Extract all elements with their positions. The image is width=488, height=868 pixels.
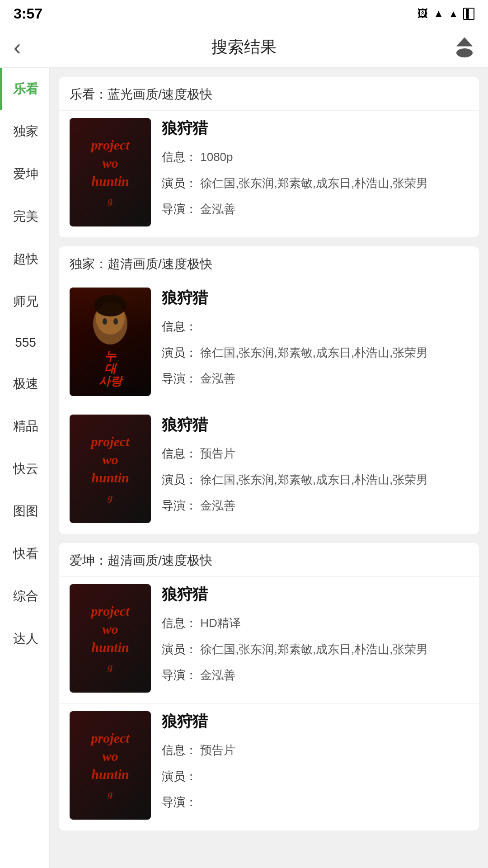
sidebar-item-lakan[interactable]: 乐看 [0, 68, 49, 110]
svg-point-10 [113, 318, 118, 325]
movie-director-row: 导演： 金泓善 [162, 200, 468, 219]
svg-text:huntin: huntin [91, 640, 129, 655]
sidebar-item-shixiong[interactable]: 师兄 [0, 280, 49, 323]
signal-icon: ▲ [449, 9, 458, 19]
svg-point-8 [94, 295, 127, 316]
director-label: 导演： [162, 668, 197, 682]
movie-director-row: 导演： 金泓善 [162, 666, 468, 685]
svg-text:project: project [90, 604, 131, 618]
director-label: 导演： [162, 499, 197, 512]
movie-actors-row: 演员： 徐仁国,张东润,郑素敏,成东日,朴浩山,张荣男 [162, 174, 468, 193]
movie-director-row: 导演： 金泓善 [162, 369, 468, 388]
svg-text:huntin: huntin [91, 174, 129, 189]
movie-actors-row: 演员： 徐仁国,张东润,郑素敏,成东日,朴浩山,张荣男 [162, 640, 468, 659]
section-header: 爱坤：超清画质/速度极快 [59, 543, 479, 576]
sidebar-item-jisu[interactable]: 极速 [0, 363, 49, 405]
wifi-icon: ▲ [434, 8, 444, 19]
actors-label: 演员： [162, 346, 197, 359]
movie-director-row: 导演： 金泓善 [162, 496, 468, 515]
back-button[interactable] [14, 36, 41, 59]
movie-poster: 누 대 사랑 [70, 288, 151, 396]
header-right-icon[interactable] [447, 38, 474, 57]
movie-poster: project wo huntin g [70, 711, 151, 820]
movie-info-row: 信息： [162, 317, 468, 336]
image-icon: 🖼 [418, 7, 428, 20]
movie-actors-row: 演员： [162, 767, 468, 786]
info-label: 信息： [162, 743, 197, 757]
svg-text:g: g [108, 788, 113, 799]
movie-title: 狼狩猎 [162, 415, 468, 435]
movie-info: 狼狩猎信息： HD精译演员： 徐仁国,张东润,郑素敏,成东日,朴浩山,张荣男导演… [162, 584, 468, 693]
movie-title: 狼狩猎 [162, 584, 468, 605]
info-label: 信息： [162, 447, 197, 460]
sidebar-item-dujia[interactable]: 独家 [0, 110, 49, 153]
sidebar-item-wanmei[interactable]: 完美 [0, 195, 49, 238]
svg-text:누: 누 [104, 349, 117, 363]
movie-info: 狼狩猎信息： 1080p演员： 徐仁国,张东润,郑素敏,成东日,朴浩山,张荣男导… [162, 118, 468, 226]
svg-text:wo: wo [102, 156, 118, 170]
movie-poster: project wo huntin g [70, 584, 151, 693]
movie-info-row: 信息： 1080p [162, 148, 468, 167]
section-section-dujia: 独家：超清画质/速度极快 누 대 사랑 狼狩猎信息： 演员： 徐仁国,张东润,郑… [59, 246, 479, 534]
sidebar-item-555[interactable]: 555 [0, 323, 49, 363]
info-label: 信息： [162, 616, 197, 630]
svg-text:g: g [108, 195, 113, 206]
movie-poster: project wo huntin g [70, 415, 151, 523]
movie-card[interactable]: project wo huntin g 狼狩猎信息： 预告片演员： 徐仁国,张东… [59, 407, 479, 534]
actors-label: 演员： [162, 176, 197, 190]
sidebar-item-kuaiyun[interactable]: 快云 [0, 448, 49, 490]
movie-info-row: 信息： 预告片 [162, 444, 468, 463]
movie-info: 狼狩猎信息： 预告片演员： 徐仁国,张东润,郑素敏,成东日,朴浩山,张荣男导演：… [162, 415, 468, 523]
sidebar-item-zonghe[interactable]: 综合 [0, 575, 49, 618]
status-bar: 3:57 🖼 ▲ ▲ ▌ [0, 0, 488, 27]
movie-info: 狼狩猎信息： 预告片演员： 导演： [162, 711, 468, 820]
sidebar-item-tutu[interactable]: 图图 [0, 490, 49, 533]
svg-text:project: project [90, 434, 131, 449]
movie-actors-row: 演员： 徐仁国,张东润,郑素敏,成东日,朴浩山,张荣男 [162, 344, 468, 363]
section-header: 独家：超清画质/速度极快 [59, 246, 479, 280]
section-header: 乐看：蓝光画质/速度极快 [59, 77, 479, 110]
svg-text:g: g [108, 661, 113, 672]
movie-card[interactable]: 누 대 사랑 狼狩猎信息： 演员： 徐仁国,张东润,郑素敏,成东日,朴浩山,张荣… [59, 280, 479, 407]
movie-poster: project wo huntin g [70, 118, 151, 226]
svg-text:project: project [90, 137, 131, 152]
status-icons: 🖼 ▲ ▲ ▌ [418, 7, 474, 20]
section-section-lakan: 乐看：蓝光画质/速度极快 project wo huntin g 狼狩猎信息： … [59, 77, 479, 237]
status-time: 3:57 [14, 5, 42, 22]
svg-text:g: g [108, 491, 113, 503]
info-label: 信息： [162, 150, 197, 164]
sidebar-item-aikun[interactable]: 爱坤 [0, 153, 49, 195]
movie-actors-row: 演员： 徐仁国,张东润,郑素敏,成东日,朴浩山,张荣男 [162, 471, 468, 490]
movie-title: 狼狩猎 [162, 118, 468, 139]
sidebar: 乐看独家爱坤完美超快师兄555极速精品快云图图快看综合达人 [0, 68, 50, 868]
svg-point-9 [103, 318, 107, 325]
section-section-aikun: 爱坤：超清画质/速度极快 project wo huntin g 狼狩猎信息： … [59, 543, 479, 830]
content-area: 乐看：蓝光画质/速度极快 project wo huntin g 狼狩猎信息： … [50, 68, 488, 868]
sidebar-item-daren[interactable]: 达人 [0, 618, 49, 660]
svg-text:huntin: huntin [91, 470, 129, 485]
svg-text:대: 대 [104, 362, 117, 375]
sidebar-item-chaokuai[interactable]: 超快 [0, 238, 49, 280]
movie-card[interactable]: project wo huntin g 狼狩猎信息： 1080p演员： 徐仁国,… [59, 110, 479, 237]
svg-text:wo: wo [102, 622, 118, 637]
movie-card[interactable]: project wo huntin g 狼狩猎信息： 预告片演员： 导演： [59, 703, 479, 830]
svg-text:사랑: 사랑 [99, 375, 124, 388]
sidebar-item-jingpin[interactable]: 精品 [0, 405, 49, 448]
svg-text:wo: wo [102, 452, 118, 467]
info-label: 信息： [162, 320, 197, 333]
sidebar-item-kuaikan[interactable]: 快看 [0, 533, 49, 575]
movie-title: 狼狩猎 [162, 288, 468, 308]
actors-label: 演员： [162, 642, 197, 656]
movie-director-row: 导演： [162, 793, 468, 812]
movie-title: 狼狩猎 [162, 711, 468, 732]
actors-label: 演员： [162, 473, 197, 486]
sort-icon[interactable] [455, 38, 474, 57]
svg-text:wo: wo [102, 749, 118, 764]
movie-card[interactable]: project wo huntin g 狼狩猎信息： HD精译演员： 徐仁国,张… [59, 576, 479, 703]
director-label: 导演： [162, 795, 197, 809]
svg-text:project: project [90, 731, 131, 745]
page-title: 搜索结果 [211, 36, 277, 58]
movie-info-row: 信息： HD精译 [162, 614, 468, 633]
header: 搜索结果 [0, 27, 488, 68]
movie-info: 狼狩猎信息： 演员： 徐仁国,张东润,郑素敏,成东日,朴浩山,张荣男导演： 金泓… [162, 288, 468, 396]
